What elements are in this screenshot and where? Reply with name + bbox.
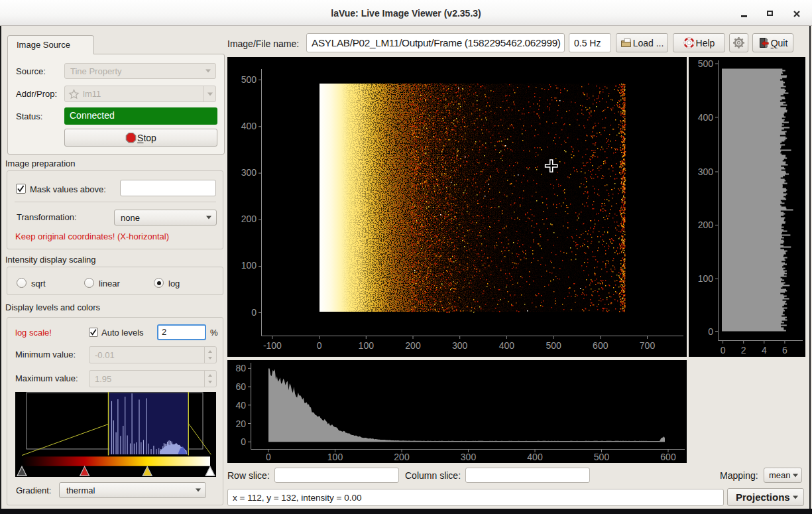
svg-text:200: 200 <box>698 220 714 230</box>
svg-text:0: 0 <box>721 345 726 355</box>
svg-text:40: 40 <box>235 400 246 411</box>
svg-text:-100: -100 <box>263 340 282 351</box>
svg-text:6: 6 <box>782 345 787 355</box>
svg-text:400: 400 <box>698 112 714 123</box>
svg-text:400: 400 <box>241 121 257 131</box>
svg-text:4: 4 <box>762 345 767 355</box>
svg-text:20: 20 <box>235 418 246 429</box>
svg-text:60: 60 <box>235 381 246 392</box>
svg-text:300: 300 <box>461 452 477 462</box>
svg-text:600: 600 <box>593 340 609 351</box>
svg-text:300: 300 <box>698 166 714 177</box>
svg-text:0: 0 <box>708 326 713 337</box>
svg-text:0: 0 <box>251 307 257 318</box>
svg-text:700: 700 <box>640 340 656 351</box>
svg-text:400: 400 <box>527 452 543 462</box>
svg-text:100: 100 <box>698 273 714 284</box>
svg-text:0: 0 <box>241 436 246 447</box>
svg-text:500: 500 <box>546 340 561 351</box>
svg-text:200: 200 <box>394 452 410 462</box>
svg-text:200: 200 <box>405 340 421 351</box>
svg-text:500: 500 <box>698 58 714 69</box>
svg-text:500: 500 <box>241 74 257 85</box>
svg-text:100: 100 <box>241 260 257 271</box>
svg-text:100: 100 <box>359 340 375 351</box>
svg-text:80: 80 <box>235 363 246 373</box>
svg-text:0: 0 <box>317 340 322 351</box>
svg-text:0: 0 <box>266 452 271 462</box>
svg-text:2: 2 <box>741 345 746 355</box>
svg-text:400: 400 <box>499 340 515 351</box>
svg-text:300: 300 <box>452 340 468 351</box>
svg-text:300: 300 <box>241 167 257 178</box>
svg-text:200: 200 <box>241 214 257 224</box>
svg-text:100: 100 <box>327 452 343 462</box>
svg-text:500: 500 <box>594 452 610 462</box>
svg-text:600: 600 <box>660 452 676 462</box>
